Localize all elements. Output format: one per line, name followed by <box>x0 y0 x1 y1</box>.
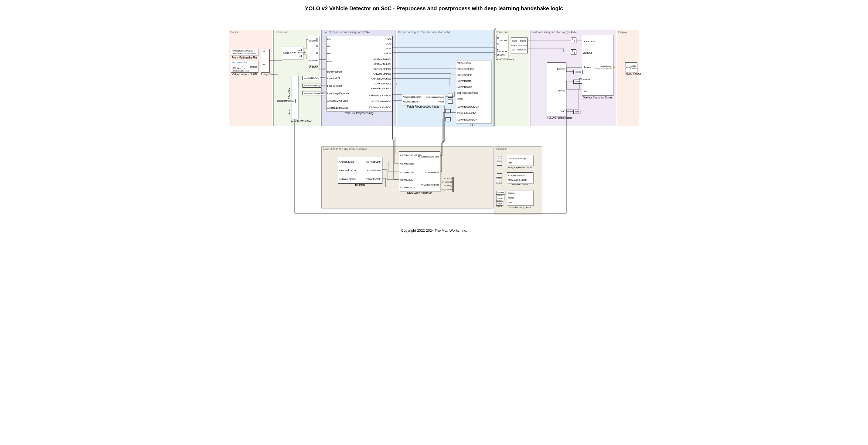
dlip-i5: preprocessedImage <box>457 92 478 94</box>
dutps-name: pulseDUTProcStart <box>291 120 298 122</box>
vbb-i1: scores <box>508 197 514 199</box>
goto-dlip-1[interactable]: -1- <box>445 109 451 113</box>
tag-post-scores[interactable]: scores <box>574 80 582 84</box>
from-vpre-2[interactable]: -1- <box>497 162 502 166</box>
post-o0: bboxes <box>557 68 565 70</box>
arb-l2: AXIWriteCtrlIn <box>400 171 414 174</box>
block-frame-to-pixels[interactable]: frame pixel ctrl Frame To Pixels <box>282 46 303 59</box>
block-rateconv-1[interactable] <box>571 37 576 43</box>
hdmi-name: Video Capture HDMI <box>231 73 258 76</box>
vdl-i1: AXIWriteCtrlOutDDR <box>508 179 527 181</box>
block-image-source-switch[interactable]: File HW Image Source <box>261 49 270 72</box>
rc1-glyph-a <box>572 38 573 40</box>
pp-o11: AXIWriteCtrlOutDDR <box>369 94 391 97</box>
from3-lbl: From3 <box>496 177 502 179</box>
block-verify-bboxes[interactable]: bboxes scores done Verify Bounding Boxes <box>507 190 533 206</box>
fetch-name: Fetch Preprocessed Image <box>402 105 445 108</box>
unpack-o3: B <box>316 52 318 54</box>
pp-o1: GOut <box>385 42 392 45</box>
unpack-o1: R <box>316 38 318 40</box>
dlip-i7: AXIWriteCtrlOutDDR <box>457 106 479 108</box>
block-rateconv-2[interactable] <box>571 50 576 55</box>
block-yolov2-preprocessing[interactable]: YOLOv2 Preprocessing RIn GIn BIn ctrlIn … <box>326 36 393 112</box>
warning-icon: ◆ <box>613 65 615 69</box>
block-unpack[interactable]: pixelData pixelCtrl R G B pixelCtrlOut U… <box>308 36 319 65</box>
tag-postprocstart[interactable]: postProcStartReg <box>303 84 321 88</box>
dlip-i6: dValid <box>457 98 463 100</box>
rc2-glyph-a <box>572 51 573 52</box>
switch-name: Image Source <box>261 73 269 76</box>
area-display: Display <box>617 30 639 126</box>
mmfile-line1: PandasetCameraData.mp4 <box>232 50 255 52</box>
block-verify-dl[interactable]: AXIWriteDataDDR AXIWriteCtrlOutDDR Verif… <box>507 172 533 183</box>
dutps-bot: done <box>288 109 290 115</box>
block-multimedia-file[interactable]: PandasetCameraData.mp4 r: Desired sample… <box>231 49 258 56</box>
block-overlay-bboxes[interactable]: inputFrame validOut bboxes scores done o… <box>582 35 613 96</box>
pp-sidenote: boolean <box>319 68 326 70</box>
tag-post-done[interactable]: done <box>574 110 581 114</box>
block-pulse-dutprocstart[interactable]: DUTProcStart done pulseDUTProcStart <box>291 76 298 119</box>
post-name: YOLOv2 Postprocessing <box>547 117 566 119</box>
arb-l4: AXIWriteCtrlOut <box>400 187 415 189</box>
block-rgb-concat[interactable]: R G B pixelCtrlIn pixelData pixelCtrlOut… <box>496 35 508 58</box>
camera-glyph-icon <box>243 65 246 68</box>
vbb-name: Verify Bounding Boxes <box>507 206 533 209</box>
plddr-l0: AXIReadData <box>339 161 354 163</box>
block-pixels-to-frame[interactable]: pixel ctrl frame validOut Pixels To Fram… <box>511 37 527 53</box>
ovl-name: Overlay Bounding Boxes <box>582 96 613 99</box>
vpre-name: Verify Preprocess Output <box>507 166 533 168</box>
diagram-title: YOLO v2 Vehicle Detector on SoC - Prepro… <box>0 0 868 14</box>
dlip-i0: AXIReadData <box>457 62 472 64</box>
vbb-i0: bboxes <box>508 192 515 194</box>
post-o1: scores <box>558 90 565 92</box>
area-post-label: Postprocessing and Overlay (for ARM) <box>531 31 578 34</box>
block-fetch-preprocessed[interactable]: AXIWriteCtrlOutDDR AXIWriteDataDDR prepr… <box>402 94 445 105</box>
tag-inputaddrdl[interactable]: inputAddrDLReg <box>303 76 320 80</box>
goto-fetch-1[interactable]: -1- <box>447 94 453 98</box>
ovl-inframe: inputFrame <box>583 40 595 43</box>
tag-pulsedutproc[interactable]: pulseDUTProcstart <box>276 99 296 103</box>
from4-lbl: From4 <box>496 194 502 196</box>
block-verify-preprocess[interactable]: preprocessedImage valid Verify Preproces… <box>507 155 533 166</box>
tag-inputimgexp[interactable]: inputImageExponentReg <box>303 91 328 95</box>
block-video-viewer[interactable]: Image Video Viewer Video Viewer <box>625 62 637 72</box>
switch-p-hw: HW <box>262 63 265 65</box>
unpack-i1: pixelData <box>309 40 318 42</box>
hdmi-link: FMC-HDMI-CAM <box>232 62 247 64</box>
ftp-o2: ctrl <box>299 55 302 58</box>
block-pl-ddr[interactable]: AXIReadData AXIReadCtrlOut AXIWriteCtrlO… <box>338 157 382 184</box>
pp-o10: AXIWriteCtrlOutDL <box>371 87 391 90</box>
rgbcat-o0: pixelData <box>499 39 507 41</box>
dlip-i4: AXIWriteCtrlIn <box>457 86 472 88</box>
copyright-text: Copyright 2022-2024 The MathWorks, Inc. <box>0 227 868 238</box>
ptf-name: Pixels To Frame <box>511 44 527 47</box>
mmfile-name: From Multimedia File <box>231 56 258 59</box>
pp-o5: AXIReadDataDL <box>373 63 392 66</box>
ftp-name: Frame To Pixels <box>289 51 303 54</box>
fetch-o1: preprocessedImage <box>426 96 443 98</box>
diagram-canvas[interactable]: Source Conversion Pixel Stream Preproces… <box>226 14 642 227</box>
vpre-i0: preprocessedImage <box>508 158 526 160</box>
block-yolov2-postprocessing[interactable]: bboxes scores done YOLOv2 Postprocessing <box>547 62 566 116</box>
tag-post-bboxes[interactable]: bboxes <box>574 70 583 74</box>
pp-i3: ctrlIn <box>327 60 333 63</box>
block-hdmi[interactable]: FMC-HDMI-CAM HDMI input 1920x1080p50 RGB… <box>231 61 258 72</box>
pp-o9: AXIWriteDataDL <box>374 83 392 85</box>
ovl-out: outputImage <box>600 65 612 67</box>
unpack-o2: G <box>316 45 318 47</box>
vdl-name: Verify DL Output <box>507 183 533 186</box>
plddr-r1: AXIWriteData <box>366 169 381 172</box>
pp-i1: GIn <box>327 45 331 48</box>
block-ddr-arbitrator[interactable]: AXIWriteCtrlOutDDR1 AXIWriteData1 AXIWri… <box>399 151 440 191</box>
goto-fetch-2[interactable]: -1- <box>447 99 453 103</box>
pp-o3: ctrlOut <box>384 52 392 55</box>
from-vpre-1[interactable]: -1- <box>497 156 502 160</box>
block-dlip[interactable]: DLIP AXIReadData AXIReadCtrlOut AXIReadC… <box>456 60 491 123</box>
pp-i4: DUTProcstart <box>327 71 342 73</box>
area-source-label: Source <box>230 31 239 34</box>
area-fpga-label: Pixel Stream Preprocessing (for FPGA) <box>323 31 370 34</box>
arb-r1: AXIWriteData2 <box>425 171 439 174</box>
hdmi-out: Image <box>250 66 257 68</box>
goto-dlip-2[interactable]: -1- <box>445 117 451 121</box>
pp-o4: AXIReadDataDL <box>373 58 392 61</box>
